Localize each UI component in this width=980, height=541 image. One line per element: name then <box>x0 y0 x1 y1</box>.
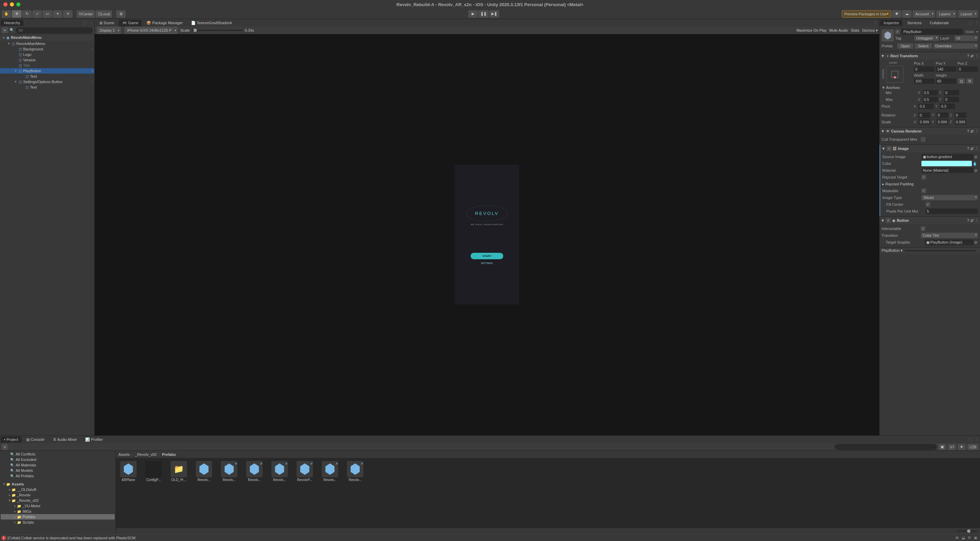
panel-menu-icon[interactable]: ⋮ <box>974 21 980 25</box>
asset-item[interactable]: ◢RevolvP... <box>295 461 315 482</box>
close-window-button[interactable] <box>3 2 8 6</box>
hierarchy-item[interactable]: ◫Title <box>0 63 94 68</box>
create-button[interactable]: + <box>2 27 8 34</box>
hierarchy-tab[interactable]: Hierarchy <box>1 20 24 26</box>
color-picker-icon[interactable]: 💧 <box>972 161 978 166</box>
account-dropdown[interactable]: Account <box>913 10 935 18</box>
resolution-dropdown[interactable]: iPhone X/XS 2436x1125 P <box>124 27 177 34</box>
asset-item[interactable]: ARPlane <box>118 461 138 482</box>
scene-header[interactable]: ◂ ◉ RevolvMainMenu <box>0 34 94 41</box>
gizmos-dropdown[interactable]: Gizmos ▾ <box>862 28 878 33</box>
gameobject-name-input[interactable] <box>901 29 963 35</box>
scale-z-input[interactable] <box>955 119 966 125</box>
context-menu-icon[interactable]: ⋮ <box>975 147 978 151</box>
folder-item[interactable]: ▸📁__OLDstuff- <box>1 487 115 492</box>
raycast-padding-foldout[interactable]: ▸ Raycast Padding <box>882 182 913 186</box>
posx-input[interactable] <box>914 66 934 72</box>
overrides-dropdown[interactable]: Overrides <box>933 43 978 49</box>
cull-transparent-checkbox[interactable] <box>921 137 926 142</box>
services-tab[interactable]: Services <box>904 20 925 26</box>
project-tab[interactable]: ▪ Project <box>1 436 21 442</box>
package-manager-tab[interactable]: 📦 Package Manager <box>143 20 186 26</box>
transition-dropdown[interactable]: Color Tint <box>921 233 978 238</box>
search-by-type-button[interactable]: ▣ <box>939 444 946 450</box>
layers-dropdown[interactable]: Layers <box>936 10 956 18</box>
image-type-dropdown[interactable]: Sliced <box>921 195 978 200</box>
tab-menu-icon[interactable]: ⋮ <box>872 21 878 25</box>
display-dropdown[interactable]: Display 1 <box>97 27 121 34</box>
hierarchy-search-input[interactable] <box>16 27 93 34</box>
pivot-x-input[interactable] <box>918 104 934 109</box>
scene-tab[interactable]: ⊞ Scene <box>96 20 118 26</box>
asset-item[interactable]: ◢Revolv... <box>320 461 340 482</box>
raw-mode-button[interactable]: R <box>966 78 973 84</box>
search-by-label-button[interactable]: 🏷 <box>948 444 956 450</box>
anchor-maxx-input[interactable] <box>923 97 938 102</box>
pivot-y-input[interactable] <box>940 104 955 109</box>
move-tool-button[interactable]: ✥ <box>12 10 21 18</box>
hierarchy-item[interactable]: ▼◫PlayButton› <box>0 68 94 73</box>
auto-lighting-icon[interactable]: 🛠 <box>954 536 960 540</box>
project-search-input[interactable] <box>835 444 937 450</box>
cloud-icon-button[interactable]: ☁ <box>902 10 912 18</box>
menu-extras-icon[interactable]: ▣ <box>972 536 978 540</box>
help-icon[interactable]: ? <box>967 147 969 151</box>
context-menu-icon[interactable]: ⋮ <box>975 219 978 223</box>
folder-item[interactable]: ▼📁_Revolv_v02 <box>1 498 115 503</box>
cache-icon[interactable]: ⚙ <box>966 536 972 540</box>
help-icon[interactable]: ? <box>967 219 969 222</box>
rot-y-input[interactable] <box>936 112 948 118</box>
collaborate-tab[interactable]: Collaborate <box>926 20 952 26</box>
preset-icon[interactable]: ⇄ <box>970 129 974 134</box>
folder-item[interactable]: ▸📁_VU-Meter <box>1 503 115 509</box>
console-tab[interactable]: ▤ Console <box>23 436 48 443</box>
prefab-select-button[interactable]: Select <box>915 43 932 49</box>
anchor-miny-input[interactable] <box>944 90 959 96</box>
anchor-maxy-input[interactable] <box>944 97 959 102</box>
maximize-window-button[interactable] <box>16 2 21 6</box>
scale-y-input[interactable] <box>936 119 948 125</box>
mute-audio[interactable]: Mute Audio <box>829 28 848 33</box>
rot-x-input[interactable] <box>918 112 930 118</box>
hand-tool-button[interactable]: ✋ <box>2 10 11 18</box>
scale-x-input[interactable] <box>918 119 930 125</box>
breadcrumb-item[interactable]: Assets <box>118 452 130 456</box>
pixels-per-unit-input[interactable] <box>926 209 978 214</box>
interactable-checkbox[interactable]: ✓ <box>921 226 926 231</box>
button-header[interactable]: ▼ ✓ ◉ Button ? ⇄ ⋮ <box>880 217 980 224</box>
custom-tool-button[interactable]: ✕ <box>63 10 73 18</box>
pivot-mode-button[interactable]: ⊙ Center <box>76 10 95 18</box>
transform-tool-button[interactable]: ✦ <box>53 10 62 18</box>
asset-item[interactable]: 📁OLD_Pr... <box>169 461 189 482</box>
hierarchy-item[interactable]: ◫Version <box>0 57 94 63</box>
breadcrumb-item[interactable]: _Revolv_v02 <box>135 452 157 456</box>
create-asset-button[interactable]: + <box>2 444 8 450</box>
maximize-on-play[interactable]: Maximize On Play <box>797 28 827 33</box>
thumbnail-size-slider[interactable] <box>957 530 977 532</box>
filter-item[interactable]: 🔍All Excluded <box>1 457 115 462</box>
image-enabled-checkbox[interactable]: ✓ <box>887 146 891 151</box>
step-button[interactable]: ▶❚ <box>489 10 499 18</box>
blueprint-mode-button[interactable]: ⊡ <box>958 78 965 84</box>
fill-center-checkbox[interactable]: ✓ <box>926 202 930 207</box>
panel-lock-icon[interactable]: ⬚ <box>82 21 88 25</box>
filter-item[interactable]: 🔍All Materials <box>1 462 115 468</box>
posy-input[interactable] <box>936 66 956 72</box>
assets-root[interactable]: ▼ 📁 Assets <box>1 481 115 487</box>
material-field[interactable]: None (Material) <box>921 168 974 173</box>
filter-item[interactable]: 🔍All Conflicts <box>1 452 115 457</box>
gameobject-icon[interactable] <box>881 29 894 41</box>
context-menu-icon[interactable]: ⋮ <box>975 129 978 134</box>
shader-tab[interactable]: 📄 TextureGradShaderA <box>188 20 235 26</box>
asset-item[interactable]: ◢Revolv... <box>219 461 239 482</box>
layer-dropdown[interactable]: UI <box>955 35 978 41</box>
context-menu-icon[interactable]: ⋮ <box>975 54 978 58</box>
game-tab[interactable]: 🎮 Game <box>119 20 142 26</box>
stats-button[interactable]: Stats <box>851 28 859 33</box>
hierarchy-item[interactable]: ◫Text <box>0 73 94 79</box>
hidden-button[interactable]: 👁̷ 29 <box>967 444 978 450</box>
layout-dropdown[interactable]: Layout <box>958 10 978 18</box>
hierarchy-item[interactable]: ◫Text <box>0 85 94 90</box>
asset-item[interactable]: ◢Revolv... <box>245 461 264 482</box>
preset-icon[interactable]: ⇄ <box>970 54 974 58</box>
